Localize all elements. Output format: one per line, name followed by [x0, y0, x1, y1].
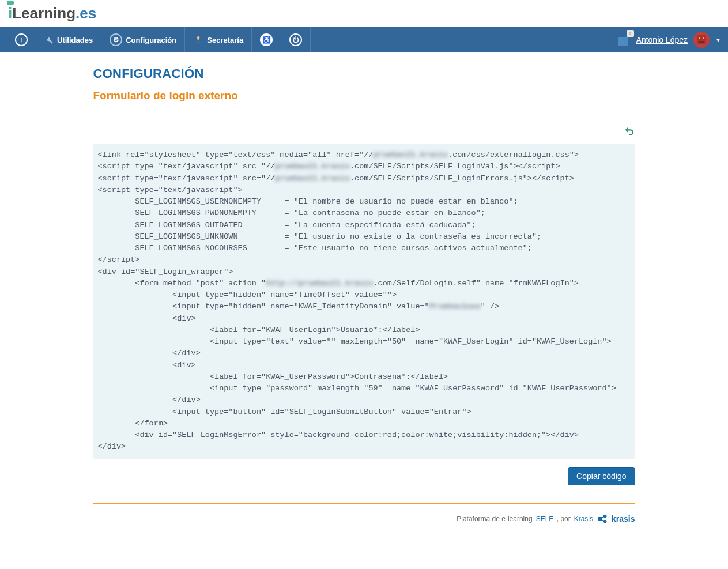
notifications-button[interactable]: 0 [618, 33, 631, 46]
nav-secretaria[interactable]: Secretaría [185, 27, 252, 52]
svg-rect-1 [198, 39, 199, 40]
footer: Plataforma de e-learning SELF , por Kras… [93, 513, 635, 537]
accessibility-icon: ♿ [260, 33, 273, 46]
logo-leaf-icon: i [8, 5, 12, 22]
wrench-icon [44, 35, 54, 44]
svg-point-7 [603, 514, 607, 518]
avatar[interactable] [693, 32, 710, 48]
user-name-link[interactable]: Antonio López [636, 35, 688, 44]
power-icon: ⏻ [289, 33, 302, 46]
code-snippet[interactable]: <link rel="stylesheet" type="text/css" m… [93, 144, 635, 459]
svg-point-8 [603, 519, 607, 523]
footer-logo[interactable]: krasis [597, 513, 635, 525]
nav-utilidades-label: Utilidades [57, 36, 93, 44]
svg-rect-4 [703, 37, 704, 39]
nav-power[interactable]: ⏻ [281, 27, 311, 52]
krasis-logo-icon [597, 513, 609, 525]
nav-accessibility[interactable]: ♿ [252, 27, 281, 52]
notif-badge: 0 [627, 30, 634, 37]
arrow-up-icon: ↑ [15, 33, 28, 46]
footer-text-2: , por [557, 515, 571, 523]
main-navbar: ↑ Utilidades ⚙ Configuración Secretaría … [0, 27, 728, 52]
chevron-down-icon[interactable]: ▼ [715, 37, 721, 43]
footer-divider [93, 503, 635, 504]
svg-rect-3 [699, 37, 700, 39]
nav-configuracion-label: Configuración [126, 36, 176, 44]
avatar-icon [695, 33, 708, 47]
topbar: iLearning.es [0, 0, 728, 27]
person-icon [193, 35, 203, 45]
bell-icon [618, 37, 628, 46]
nav-configuracion[interactable]: ⚙ Configuración [101, 27, 185, 52]
nav-secretaria-label: Secretaría [207, 36, 243, 44]
nav-utilidades[interactable]: Utilidades [36, 27, 101, 52]
brand-logo: iLearning.es [8, 5, 96, 22]
undo-button[interactable] [624, 125, 635, 139]
svg-line-10 [601, 519, 604, 521]
svg-line-9 [601, 517, 604, 518]
footer-krasis-link[interactable]: Krasis [574, 515, 593, 523]
footer-self-link[interactable]: SELF [536, 515, 553, 523]
copy-code-button[interactable]: Copiar código [568, 467, 635, 485]
nav-up-button[interactable]: ↑ [7, 27, 36, 52]
svg-rect-2 [697, 35, 706, 44]
page-subtitle: Formulario de login externo [93, 89, 635, 102]
page-title: CONFIGURACIÓN [93, 66, 635, 81]
svg-point-0 [197, 36, 200, 39]
gear-icon: ⚙ [110, 33, 122, 46]
svg-rect-5 [699, 41, 704, 43]
footer-text-1: Plataforma de e-learning [457, 515, 532, 523]
undo-icon [624, 125, 635, 137]
